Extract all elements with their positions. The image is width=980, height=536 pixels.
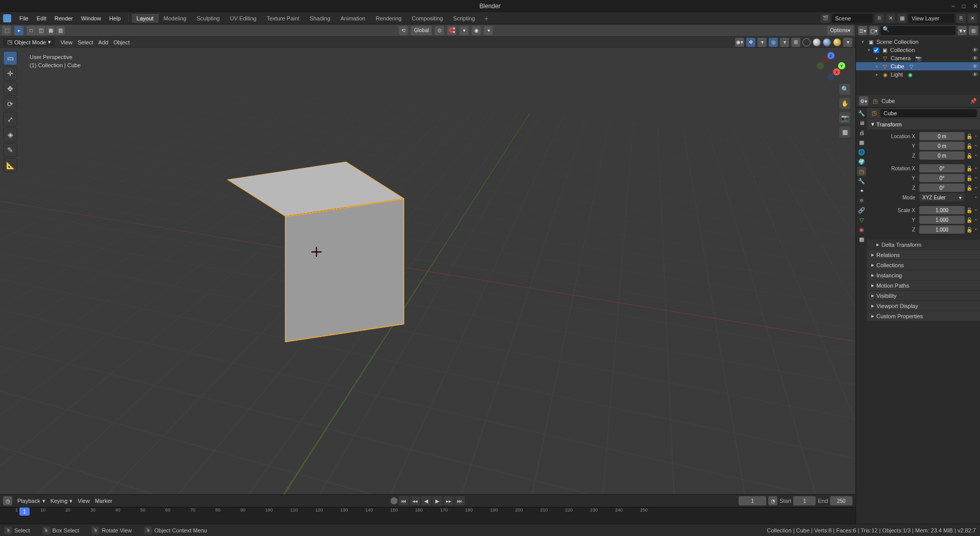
tab-material-icon[interactable]: ◉ — [857, 225, 866, 234]
editor-type-icon[interactable]: ⬚ — [2, 26, 11, 35]
lock-icon[interactable]: 🔓 — [966, 164, 973, 172]
menu-window[interactable]: Window — [77, 14, 105, 23]
timeline-editor-icon[interactable]: ◷ — [3, 496, 12, 505]
panel-relations[interactable]: ▸ Relations — [867, 250, 980, 260]
tab-modifier-icon[interactable]: 🔧 — [857, 176, 866, 186]
visibility-icon[interactable]: 👁 — [972, 55, 978, 61]
lock-icon[interactable]: 🔓 — [966, 206, 973, 214]
vp-menu-select[interactable]: Select — [78, 39, 93, 45]
select-mode2-icon[interactable]: ◫ — [36, 26, 45, 35]
current-frame-field[interactable]: 1 — [739, 496, 766, 505]
rotation-z-field[interactable]: 0° — [919, 184, 965, 192]
end-frame-field[interactable]: 250 — [830, 496, 852, 505]
lock-icon[interactable]: 🔓 — [966, 216, 973, 224]
location-z-field[interactable]: 0 m — [919, 151, 965, 160]
shading-rendered-icon[interactable] — [833, 38, 841, 46]
tool-select-box[interactable]: ▭ — [3, 51, 17, 65]
tab-object-icon[interactable]: ◳ — [857, 167, 866, 176]
select-mode4-icon[interactable]: ▥ — [56, 26, 65, 35]
play-reverse-icon[interactable]: ◀ — [421, 496, 431, 505]
shading-dropdown-icon[interactable]: ▾ — [843, 38, 852, 47]
workspace-scripting[interactable]: Scripting — [448, 14, 480, 23]
lock-icon[interactable]: 🔓 — [966, 151, 973, 160]
object-name-field[interactable]: Cube — [880, 109, 977, 117]
keyframe-next-icon[interactable]: ▸▸ — [444, 496, 454, 505]
workspace-rendering[interactable]: Rendering — [371, 14, 407, 23]
rotation-x-field[interactable]: 0° — [919, 164, 965, 172]
preview-range-icon[interactable]: ◔ — [768, 496, 777, 505]
shading-solid-icon[interactable] — [813, 38, 821, 46]
orientation-select[interactable]: Global — [411, 26, 432, 35]
outliner-search-field[interactable]: 🔍 — [880, 26, 955, 35]
lock-icon[interactable]: 🔓 — [966, 174, 973, 182]
properties-editor-icon[interactable]: ⚙▾ — [859, 96, 868, 106]
panel-viewport-display[interactable]: ▸ Viewport Display — [867, 301, 980, 311]
lock-icon[interactable]: 🔓 — [966, 132, 973, 140]
nav-gizmo[interactable]: Z Y X — [817, 52, 845, 81]
outliner-light[interactable]: ▸ ◉ Light ◉ 👁 — [856, 70, 980, 79]
outliner-editor-icon[interactable]: ☰▾ — [858, 26, 867, 35]
scene-delete-icon[interactable]: ✕ — [886, 14, 895, 23]
orientation-icon[interactable]: ⟲ — [399, 26, 408, 35]
tl-marker[interactable]: Marker — [95, 498, 112, 504]
options-dropdown[interactable]: Options ▾ — [827, 26, 853, 35]
outliner-collection[interactable]: ▾ ▣ Collection 👁 — [856, 46, 980, 54]
scale-z-field[interactable]: 1.000 — [919, 225, 965, 234]
menu-file[interactable]: File — [15, 14, 33, 23]
snap-type-icon[interactable]: ▾ — [459, 26, 469, 35]
visibility-icon[interactable]: 👁 — [972, 47, 978, 53]
maximize-icon[interactable]: □ — [962, 3, 966, 10]
tab-mesh-icon[interactable]: ▽ — [857, 215, 866, 224]
menu-help[interactable]: Help — [105, 14, 125, 23]
tab-scene-icon[interactable]: 🌐 — [857, 147, 866, 157]
cursor-tool-icon[interactable]: ▸ — [14, 26, 23, 35]
jump-start-icon[interactable]: ⏮ — [399, 496, 409, 505]
collection-checkbox[interactable] — [873, 47, 879, 53]
viewlayer-browse-icon[interactable]: ▦ — [897, 14, 906, 23]
panel-custom-properties[interactable]: ▸ Custom Properties — [867, 311, 980, 321]
viewlayer-name-field[interactable]: View Layer — [909, 14, 954, 23]
menu-render[interactable]: Render — [51, 14, 77, 23]
tab-tool-icon[interactable]: 🔧 — [857, 109, 866, 118]
panel-motion-paths[interactable]: ▸ Motion Paths — [867, 280, 980, 290]
scale-y-field[interactable]: 1.000 — [919, 216, 965, 224]
viewlayer-delete-icon[interactable]: ✕ — [968, 14, 977, 23]
visibility-icon[interactable]: 👁 — [972, 63, 978, 69]
tab-texture-icon[interactable]: ▩ — [857, 235, 866, 244]
location-x-field[interactable]: 0 m — [919, 132, 965, 140]
scene-browse-icon[interactable]: 🎬 — [821, 14, 830, 23]
location-y-field[interactable]: 0 m — [919, 142, 965, 150]
gizmo-y-icon[interactable]: Y — [838, 62, 845, 69]
gizmo-dropdown-icon[interactable]: ▾ — [757, 38, 767, 47]
scale-x-field[interactable]: 1.000 — [919, 206, 965, 214]
workspace-sculpting[interactable]: Sculpting — [191, 14, 225, 23]
prop-type-icon[interactable]: ▾ — [484, 26, 493, 35]
workspace-compositing[interactable]: Compositing — [407, 14, 448, 23]
panel-visibility[interactable]: ▸ Visibility — [867, 291, 980, 300]
outliner-filter-icon[interactable]: ▼▾ — [958, 26, 967, 35]
vp-menu-object[interactable]: Object — [113, 39, 130, 45]
minimize-icon[interactable]: − — [951, 3, 955, 10]
timeline-track[interactable]: 1102030405060708090100110120130140150160… — [0, 507, 855, 524]
tool-scale[interactable]: ⤢ — [3, 112, 17, 126]
blender-logo-icon[interactable] — [3, 14, 11, 22]
panel-transform[interactable]: ▾ Transform — [867, 119, 980, 130]
lock-icon[interactable]: 🔓 — [966, 225, 973, 234]
tool-measure[interactable]: 📐 — [3, 158, 17, 172]
gizmo-neg-z-icon[interactable] — [827, 73, 835, 81]
tl-view[interactable]: View — [78, 498, 90, 504]
start-frame-field[interactable]: 1 — [793, 496, 816, 505]
overlays-dropdown-icon[interactable]: ▾ — [780, 38, 789, 47]
add-workspace-button[interactable]: + — [480, 14, 493, 22]
panel-delta-transform[interactable]: ▸ Delta Transform — [867, 239, 980, 249]
tool-annotate[interactable]: ✎ — [3, 143, 17, 157]
workspace-layout[interactable]: Layout — [132, 14, 159, 23]
overlays-toggle-icon[interactable]: ◎ — [769, 38, 778, 47]
outliner-scene-collection[interactable]: ▾ ▣ Scene Collection — [856, 38, 980, 46]
tab-viewlayer-icon[interactable]: ▦ — [857, 138, 866, 147]
workspace-texturepaint[interactable]: Texture Paint — [261, 14, 304, 23]
view-object-types-icon[interactable]: ◉▾ — [735, 38, 744, 47]
panel-instancing[interactable]: ▸ Instancing — [867, 270, 980, 280]
scene-name-field[interactable]: Scene — [832, 14, 873, 23]
visibility-icon[interactable]: 👁 — [972, 71, 978, 78]
